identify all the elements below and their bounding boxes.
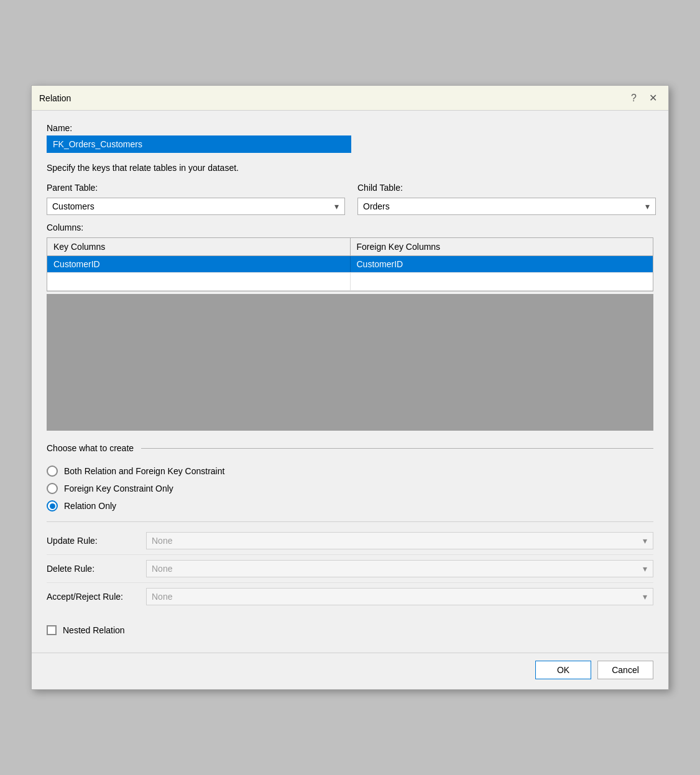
key-cell: CustomerID	[47, 256, 351, 272]
dialog-footer: OK Cancel	[32, 653, 668, 689]
close-button[interactable]: ✕	[645, 91, 661, 105]
choose-label: Choose what to create	[47, 443, 134, 453]
dialog-title: Relation	[39, 93, 71, 103]
radio-group: Both Relation and Foreign Key Constraint…	[47, 463, 653, 514]
radio-label-fk-only: Foreign Key Constraint Only	[64, 484, 173, 493]
radio-relation-only[interactable]: Relation Only	[47, 500, 653, 511]
parent-table-field: Parent Table: Customers	[47, 183, 345, 215]
foreign-key-cell-empty	[351, 273, 653, 290]
update-rule-select-wrapper: None	[146, 532, 653, 549]
dialog-content: Name: Specify the keys that relate table…	[32, 111, 668, 653]
title-bar-buttons: ? ✕	[627, 91, 661, 105]
key-cell-empty	[47, 273, 351, 290]
radio-btn-relation-only	[47, 500, 58, 511]
update-rule-row: Update Rule: None	[47, 527, 653, 555]
gray-area	[47, 294, 653, 431]
columns-body: CustomerID CustomerID	[47, 256, 653, 291]
parent-table-select[interactable]: Customers	[47, 198, 345, 215]
nested-relation-checkbox[interactable]	[47, 625, 57, 635]
delete-rule-select[interactable]: None	[146, 560, 653, 577]
name-label: Name:	[47, 123, 653, 133]
accept-reject-rule-label: Accept/Reject Rule:	[47, 592, 146, 602]
foreign-key-columns-header: Foreign Key Columns	[351, 238, 653, 255]
hint-text: Specify the keys that relate tables in y…	[47, 163, 653, 173]
update-rule-select[interactable]: None	[146, 532, 653, 549]
radio-btn-fk-only	[47, 483, 58, 494]
relation-dialog: Relation ? ✕ Name: Specify the keys that…	[31, 85, 669, 690]
columns-label: Columns:	[47, 222, 653, 232]
accept-reject-rule-select-wrapper: None	[146, 588, 653, 605]
delete-rule-label: Delete Rule:	[47, 564, 146, 574]
child-table-select-wrapper: Orders	[357, 198, 656, 215]
name-input[interactable]	[47, 135, 351, 153]
parent-table-select-wrapper: Customers	[47, 198, 345, 215]
columns-table: Key Columns Foreign Key Columns Customer…	[47, 237, 653, 291]
child-table-select[interactable]: Orders	[357, 198, 656, 215]
table-row[interactable]	[47, 273, 653, 291]
child-table-label: Child Table:	[357, 183, 656, 193]
rules-section: Update Rule: None Delete Rule: None Acce…	[47, 521, 653, 610]
table-row[interactable]: CustomerID CustomerID	[47, 256, 653, 273]
radio-fk-only[interactable]: Foreign Key Constraint Only	[47, 483, 653, 494]
parent-table-label: Parent Table:	[47, 183, 345, 193]
ok-button[interactable]: OK	[535, 661, 591, 679]
radio-btn-both	[47, 465, 58, 477]
help-button[interactable]: ?	[627, 91, 640, 105]
tables-row: Parent Table: Customers Child Table: Ord…	[47, 183, 653, 215]
radio-label-both: Both Relation and Foreign Key Constraint	[64, 466, 224, 476]
child-table-field: Child Table: Orders	[357, 183, 656, 215]
nested-relation-row[interactable]: Nested Relation	[47, 618, 653, 640]
columns-header: Key Columns Foreign Key Columns	[47, 238, 653, 256]
radio-label-relation-only: Relation Only	[64, 501, 116, 511]
accept-reject-rule-row: Accept/Reject Rule: None	[47, 583, 653, 610]
delete-rule-select-wrapper: None	[146, 560, 653, 577]
columns-section: Columns: Key Columns Foreign Key Columns…	[47, 222, 653, 431]
key-columns-header: Key Columns	[47, 238, 351, 255]
delete-rule-row: Delete Rule: None	[47, 555, 653, 583]
accept-reject-rule-select[interactable]: None	[146, 588, 653, 605]
nested-relation-label: Nested Relation	[63, 625, 125, 635]
title-bar-left: Relation	[39, 93, 71, 103]
foreign-key-cell: CustomerID	[351, 256, 653, 272]
title-bar: Relation ? ✕	[32, 86, 668, 111]
name-section: Name:	[47, 123, 653, 153]
choose-section: Choose what to create	[47, 443, 653, 453]
update-rule-label: Update Rule:	[47, 536, 146, 546]
divider-line	[141, 448, 653, 449]
radio-both[interactable]: Both Relation and Foreign Key Constraint	[47, 465, 653, 477]
cancel-button[interactable]: Cancel	[597, 661, 653, 679]
